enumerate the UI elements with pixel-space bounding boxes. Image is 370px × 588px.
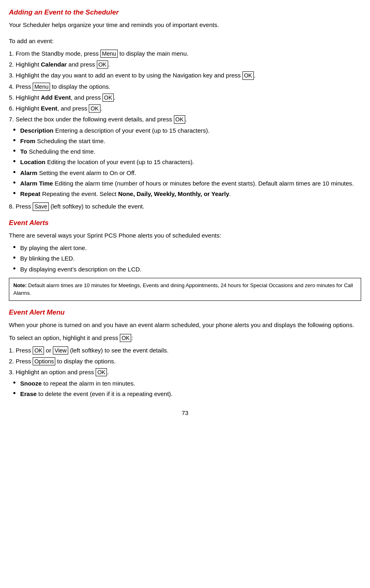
list-item: By blinking the LED. xyxy=(9,254,361,263)
step-2-text-middle: and press xyxy=(67,61,96,68)
detail-term-1: From xyxy=(20,138,36,144)
section3-sub-after: : xyxy=(131,334,133,341)
alert-way-0: By playing the alert tone. xyxy=(20,244,87,251)
to-add-label: To add an event: xyxy=(9,36,361,46)
step-4-text-after: to display the options. xyxy=(50,83,110,90)
list-item: By displaying event’s description on the… xyxy=(9,265,361,274)
note-label: Note: xyxy=(13,282,27,288)
menu-step-1-middle: or xyxy=(44,347,53,354)
step-5-num: 5. xyxy=(9,94,14,101)
step-6-num: 6. xyxy=(9,105,14,112)
step-8-num: 8. xyxy=(9,203,14,210)
menu-step-1-num: 1. xyxy=(9,347,14,354)
menu-step-2-num: 2. xyxy=(9,358,14,365)
detail-term-4: Alarm xyxy=(20,169,38,176)
event-details-list: Description Entering a description of yo… xyxy=(9,126,361,199)
list-item: From Scheduling the start time. xyxy=(9,136,361,146)
step-8-text-after: (left softkey) to schedule the event. xyxy=(49,203,144,210)
step-1-text-after: to display the main menu. xyxy=(118,50,188,57)
intro-text: Your Scheduler helps organize your time … xyxy=(9,20,361,29)
section2-intro: There are several ways your Sprint PCS P… xyxy=(9,231,361,240)
detail-def-5: Editing the alarm time (number of hours … xyxy=(53,180,353,187)
menu-step-1-after: (left softkey) to see the event details. xyxy=(68,347,168,354)
step-2-text-before: Highlight xyxy=(16,61,41,68)
step-2: 2. Highlight Calendar and press OK. xyxy=(9,60,361,69)
menu-step-2-kbd: Options xyxy=(33,357,55,365)
menu-step-2-after: to display the options. xyxy=(55,358,115,365)
detail-term-5: Alarm Time xyxy=(20,180,53,187)
step-3-text-after: . xyxy=(254,72,255,79)
section3-title: Event Alert Menu xyxy=(9,307,361,318)
detail-bold-options-6: None, Daily, Weekly, Monthly, or Yearly xyxy=(118,190,229,197)
step-3-kbd: OK xyxy=(242,71,254,79)
menu-step-2-before: Press xyxy=(16,358,33,365)
list-item: By playing the alert tone. xyxy=(9,243,361,252)
note-text: Default alarm times are 10 minutes for M… xyxy=(13,282,353,296)
note-box: Note: Default alarm times are 10 minutes… xyxy=(9,278,361,301)
step-7-kbd: OK xyxy=(174,115,185,123)
detail-def-3: Editing the location of your event (up t… xyxy=(46,158,194,165)
detail-term-3: Location xyxy=(20,158,46,165)
detail-term-0: Description xyxy=(20,127,54,134)
step-1-kbd: Menu xyxy=(100,50,118,58)
page-title: Adding an Event to the Scheduler xyxy=(9,7,361,18)
menu-step-3-before: Highlight an option and press xyxy=(16,369,96,375)
step-3-text-before: Highlight the day you want to add an eve… xyxy=(16,72,242,79)
list-item: Location Editing the location of your ev… xyxy=(9,157,361,167)
step-5-text-middle: , and press xyxy=(71,94,102,101)
step-6: 6. Highlight Event, and press OK. xyxy=(9,104,361,113)
menu-step-2: 2. Press Options to display the options. xyxy=(9,357,361,366)
menu-option-term-1: Erase xyxy=(20,390,37,397)
step-4-kbd: Menu xyxy=(33,83,50,91)
step-1: 1. From the Standby mode, press Menu to … xyxy=(9,49,361,58)
step-7-text-before: Select the box under the following event… xyxy=(16,116,174,123)
step-4-text-before: Press xyxy=(16,83,33,90)
menu-option-term-0: Snooze xyxy=(20,380,42,387)
step-6-bold: Event xyxy=(41,105,57,112)
step-6-text-after: . xyxy=(100,105,102,112)
page-number: 73 xyxy=(9,408,361,417)
step-8: 8. Press Save (left softkey) to schedule… xyxy=(9,202,361,211)
step-6-text-middle: , and press xyxy=(57,105,89,112)
step-2-kbd: OK xyxy=(97,60,108,69)
section3-sub-kbd: OK xyxy=(120,334,131,342)
step-5: 5. Highlight Add Event, and press OK. xyxy=(9,93,361,102)
detail-def-1: Scheduling the start time. xyxy=(36,138,105,144)
step-7-num: 7. xyxy=(9,116,14,123)
detail-def-after-6: . xyxy=(229,190,231,197)
detail-term-2: To xyxy=(20,148,27,155)
alert-way-2: By displaying event’s description on the… xyxy=(20,266,142,273)
list-item: Alarm Setting the event alarm to On or O… xyxy=(9,168,361,177)
step-7: 7. Select the box under the following ev… xyxy=(9,115,361,124)
detail-def-before-6: Repeating the event. Select xyxy=(40,190,118,197)
step-5-text-after: . xyxy=(114,94,115,101)
section3-sub: To select an option, highlight it and pr… xyxy=(9,333,361,342)
step-4: 4. Press Menu to display the options. xyxy=(9,82,361,91)
step-6-text-before: Highlight xyxy=(16,105,41,112)
step-3-num: 3. xyxy=(9,72,14,79)
list-item: Erase to delete the event (even if it is… xyxy=(9,389,361,398)
menu-step-1-kbd2: View xyxy=(53,346,68,354)
menu-step-1-before: Press xyxy=(16,347,33,354)
menu-option-def-1: to delete the event (even if it is a rep… xyxy=(37,390,173,397)
menu-step-3-num: 3. xyxy=(9,369,14,375)
step-5-bold: Add Event xyxy=(41,94,71,101)
section2-title: Event Alerts xyxy=(9,218,361,228)
menu-step-1: 1. Press OK or View (left softkey) to se… xyxy=(9,346,361,355)
step-5-kbd: OK xyxy=(102,94,114,102)
list-item: Snooze to repeat the alarm in ten minute… xyxy=(9,379,361,388)
step-2-num: 2. xyxy=(9,61,14,68)
step-8-kbd: Save xyxy=(33,202,49,211)
step-8-text-before: Press xyxy=(16,203,33,210)
section3-intro: When your phone is turned on and you hav… xyxy=(9,320,361,329)
detail-def-4: Setting the event alarm to On or Off. xyxy=(38,169,136,176)
list-item: Alarm Time Editing the alarm time (numbe… xyxy=(9,179,361,188)
step-2-text-after: . xyxy=(108,61,110,68)
step-1-num: 1. xyxy=(9,50,14,57)
step-4-num: 4. xyxy=(9,83,14,90)
menu-options-list: Snooze to repeat the alarm in ten minute… xyxy=(9,379,361,399)
detail-term-6: Repeat xyxy=(20,190,40,197)
step-2-bold: Calendar xyxy=(41,61,67,68)
step-3: 3. Highlight the day you want to add an … xyxy=(9,71,361,80)
detail-def-2: Scheduling the end time. xyxy=(27,148,95,155)
